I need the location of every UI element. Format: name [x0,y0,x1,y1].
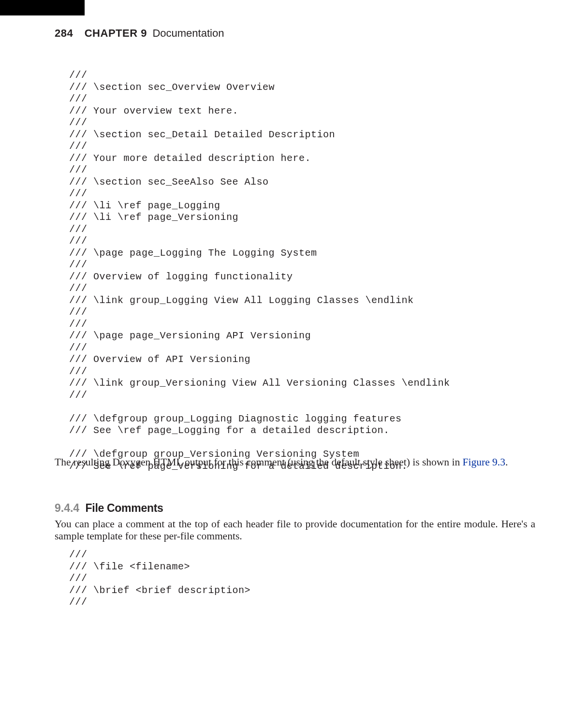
body-paragraph-output: The resulting Doxygen HTML output for th… [55,456,535,468]
figure-reference-link[interactable]: Figure 9.3 [463,456,505,468]
code-listing-main: /// /// \section sec_Overview Overview /… [69,70,450,472]
chapter-label: CHAPTER 9 [85,27,147,39]
code-listing-file-template: /// /// \file <filename> /// /// \brief … [69,549,250,609]
section-number: 9.4.4 [55,502,79,514]
para1-pre: The resulting Doxygen HTML output for th… [55,456,463,468]
page-header: 284 CHAPTER 9 Documentation [55,27,224,40]
chapter-title: Documentation [152,27,224,39]
section-heading: 9.4.4 File Comments [55,502,163,515]
section-title: File Comments [86,502,163,514]
para1-post: . [505,456,508,468]
body-paragraph-filecomments: You can place a comment at the top of ea… [55,518,535,542]
header-black-tab [0,0,85,15]
page-number: 284 [55,27,73,39]
